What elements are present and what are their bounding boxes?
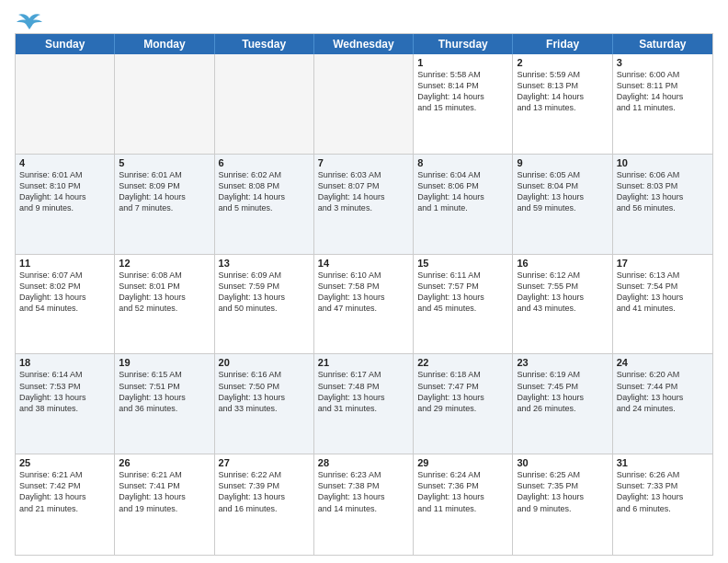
- header: [15, 11, 713, 28]
- calendar-cell: 8Sunrise: 6:04 AM Sunset: 8:06 PM Daylig…: [414, 155, 513, 254]
- cell-info: Sunrise: 6:03 AM Sunset: 8:07 PM Dayligh…: [318, 169, 409, 214]
- day-number: 1: [417, 57, 508, 68]
- day-number: 19: [119, 357, 210, 368]
- calendar-cell: 25Sunrise: 6:21 AM Sunset: 7:42 PM Dayli…: [16, 454, 115, 555]
- calendar-cell: 23Sunrise: 6:19 AM Sunset: 7:45 PM Dayli…: [513, 354, 612, 454]
- day-number: 22: [417, 357, 508, 368]
- day-number: 20: [219, 357, 310, 368]
- cell-info: Sunrise: 6:16 AM Sunset: 7:50 PM Dayligh…: [219, 369, 310, 414]
- day-number: 3: [617, 57, 709, 68]
- calendar-cell: 10Sunrise: 6:06 AM Sunset: 8:03 PM Dayli…: [613, 155, 712, 254]
- calendar-cell: [314, 54, 414, 154]
- day-number: 4: [19, 157, 110, 168]
- cell-info: Sunrise: 6:15 AM Sunset: 7:51 PM Dayligh…: [119, 369, 210, 414]
- cell-info: Sunrise: 6:10 AM Sunset: 7:58 PM Dayligh…: [318, 270, 409, 315]
- cell-info: Sunrise: 6:23 AM Sunset: 7:38 PM Dayligh…: [318, 469, 409, 514]
- header-day-wednesday: Wednesday: [314, 34, 414, 54]
- calendar-cell: 3Sunrise: 6:00 AM Sunset: 8:11 PM Daylig…: [613, 54, 712, 154]
- calendar-cell: 17Sunrise: 6:13 AM Sunset: 7:54 PM Dayli…: [613, 255, 712, 354]
- calendar-cell: 31Sunrise: 6:26 AM Sunset: 7:33 PM Dayli…: [613, 454, 712, 555]
- cell-info: Sunrise: 6:24 AM Sunset: 7:36 PM Dayligh…: [417, 469, 508, 514]
- calendar-cell: 29Sunrise: 6:24 AM Sunset: 7:36 PM Dayli…: [414, 454, 513, 555]
- calendar-row-1: 1Sunrise: 5:58 AM Sunset: 8:14 PM Daylig…: [16, 54, 712, 155]
- calendar-cell: 27Sunrise: 6:22 AM Sunset: 7:39 PM Dayli…: [215, 454, 314, 555]
- day-number: 23: [517, 357, 608, 368]
- cell-info: Sunrise: 6:18 AM Sunset: 7:47 PM Dayligh…: [417, 369, 508, 414]
- day-number: 18: [19, 357, 110, 368]
- calendar-cell: 6Sunrise: 6:02 AM Sunset: 8:08 PM Daylig…: [215, 155, 314, 254]
- day-number: 14: [318, 258, 409, 269]
- day-number: 11: [19, 258, 110, 269]
- cell-info: Sunrise: 6:17 AM Sunset: 7:48 PM Dayligh…: [318, 369, 409, 414]
- cell-info: Sunrise: 6:19 AM Sunset: 7:45 PM Dayligh…: [517, 369, 608, 414]
- calendar-row-2: 4Sunrise: 6:01 AM Sunset: 8:10 PM Daylig…: [16, 155, 712, 255]
- calendar-header: SundayMondayTuesdayWednesdayThursdayFrid…: [16, 34, 712, 54]
- calendar-cell: 26Sunrise: 6:21 AM Sunset: 7:41 PM Dayli…: [115, 454, 214, 555]
- calendar-cell: 16Sunrise: 6:12 AM Sunset: 7:55 PM Dayli…: [513, 255, 612, 354]
- cell-info: Sunrise: 6:21 AM Sunset: 7:41 PM Dayligh…: [119, 469, 210, 514]
- day-number: 24: [617, 357, 709, 368]
- day-number: 31: [617, 457, 709, 468]
- day-number: 7: [318, 157, 409, 168]
- day-number: 8: [417, 157, 508, 168]
- header-day-tuesday: Tuesday: [215, 34, 314, 54]
- calendar-cell: 12Sunrise: 6:08 AM Sunset: 8:01 PM Dayli…: [115, 255, 214, 354]
- logo-bird-icon: [17, 11, 42, 31]
- calendar-cell: 15Sunrise: 6:11 AM Sunset: 7:57 PM Dayli…: [414, 255, 513, 354]
- calendar-cell: 18Sunrise: 6:14 AM Sunset: 7:53 PM Dayli…: [16, 354, 115, 454]
- calendar-row-5: 25Sunrise: 6:21 AM Sunset: 7:42 PM Dayli…: [16, 454, 712, 555]
- day-number: 15: [417, 258, 508, 269]
- day-number: 17: [617, 258, 709, 269]
- calendar-cell: 19Sunrise: 6:15 AM Sunset: 7:51 PM Dayli…: [115, 354, 214, 454]
- calendar-cell: [115, 54, 214, 154]
- header-day-friday: Friday: [513, 34, 612, 54]
- day-number: 5: [119, 157, 210, 168]
- calendar-cell: 13Sunrise: 6:09 AM Sunset: 7:59 PM Dayli…: [215, 255, 314, 354]
- calendar-cell: 9Sunrise: 6:05 AM Sunset: 8:04 PM Daylig…: [513, 155, 612, 254]
- calendar-cell: 20Sunrise: 6:16 AM Sunset: 7:50 PM Dayli…: [215, 354, 314, 454]
- calendar-cell: 7Sunrise: 6:03 AM Sunset: 8:07 PM Daylig…: [314, 155, 414, 254]
- day-number: 2: [517, 57, 608, 68]
- cell-info: Sunrise: 6:01 AM Sunset: 8:10 PM Dayligh…: [19, 169, 110, 214]
- header-day-thursday: Thursday: [414, 34, 513, 54]
- logo: [15, 11, 42, 28]
- cell-info: Sunrise: 6:01 AM Sunset: 8:09 PM Dayligh…: [119, 169, 210, 214]
- cell-info: Sunrise: 6:20 AM Sunset: 7:44 PM Dayligh…: [617, 369, 709, 414]
- day-number: 12: [119, 258, 210, 269]
- calendar-row-3: 11Sunrise: 6:07 AM Sunset: 8:02 PM Dayli…: [16, 255, 712, 355]
- calendar-cell: 1Sunrise: 5:58 AM Sunset: 8:14 PM Daylig…: [414, 54, 513, 154]
- cell-info: Sunrise: 6:14 AM Sunset: 7:53 PM Dayligh…: [19, 369, 110, 414]
- cell-info: Sunrise: 6:04 AM Sunset: 8:06 PM Dayligh…: [417, 169, 508, 214]
- calendar-cell: 30Sunrise: 6:25 AM Sunset: 7:35 PM Dayli…: [513, 454, 612, 555]
- cell-info: Sunrise: 6:25 AM Sunset: 7:35 PM Dayligh…: [517, 469, 608, 514]
- header-day-monday: Monday: [115, 34, 214, 54]
- calendar-cell: [16, 54, 115, 154]
- header-day-saturday: Saturday: [613, 34, 712, 54]
- calendar-cell: 11Sunrise: 6:07 AM Sunset: 8:02 PM Dayli…: [16, 255, 115, 354]
- calendar-cell: 21Sunrise: 6:17 AM Sunset: 7:48 PM Dayli…: [314, 354, 414, 454]
- cell-info: Sunrise: 6:07 AM Sunset: 8:02 PM Dayligh…: [19, 270, 110, 315]
- cell-info: Sunrise: 6:09 AM Sunset: 7:59 PM Dayligh…: [219, 270, 310, 315]
- day-number: 27: [219, 457, 310, 468]
- cell-info: Sunrise: 6:05 AM Sunset: 8:04 PM Dayligh…: [517, 169, 608, 214]
- day-number: 6: [219, 157, 310, 168]
- day-number: 16: [517, 258, 608, 269]
- calendar-cell: 28Sunrise: 6:23 AM Sunset: 7:38 PM Dayli…: [314, 454, 414, 555]
- day-number: 13: [219, 258, 310, 269]
- calendar-cell: 4Sunrise: 6:01 AM Sunset: 8:10 PM Daylig…: [16, 155, 115, 254]
- cell-info: Sunrise: 6:13 AM Sunset: 7:54 PM Dayligh…: [617, 270, 709, 315]
- calendar-cell: 24Sunrise: 6:20 AM Sunset: 7:44 PM Dayli…: [613, 354, 712, 454]
- cell-info: Sunrise: 5:58 AM Sunset: 8:14 PM Dayligh…: [417, 69, 508, 114]
- calendar-body: 1Sunrise: 5:58 AM Sunset: 8:14 PM Daylig…: [16, 54, 712, 555]
- calendar-cell: 22Sunrise: 6:18 AM Sunset: 7:47 PM Dayli…: [414, 354, 513, 454]
- cell-info: Sunrise: 6:11 AM Sunset: 7:57 PM Dayligh…: [417, 270, 508, 315]
- day-number: 25: [19, 457, 110, 468]
- cell-info: Sunrise: 6:12 AM Sunset: 7:55 PM Dayligh…: [517, 270, 608, 315]
- cell-info: Sunrise: 5:59 AM Sunset: 8:13 PM Dayligh…: [517, 69, 608, 114]
- day-number: 26: [119, 457, 210, 468]
- day-number: 9: [517, 157, 608, 168]
- calendar-cell: [215, 54, 314, 154]
- day-number: 29: [417, 457, 508, 468]
- day-number: 28: [318, 457, 409, 468]
- calendar: SundayMondayTuesdayWednesdayThursdayFrid…: [15, 33, 713, 556]
